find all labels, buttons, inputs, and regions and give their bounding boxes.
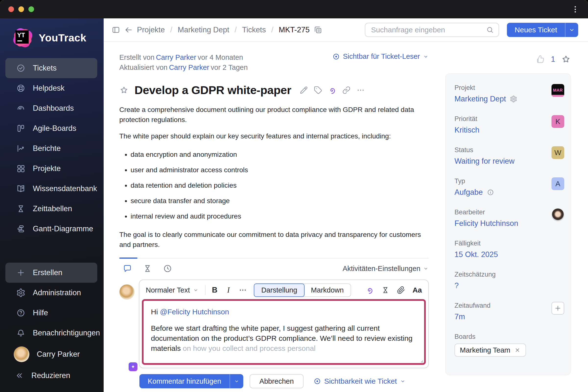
- font-settings-button[interactable]: Aa: [412, 286, 422, 294]
- mode-wysiwyg-button[interactable]: Darstellung: [254, 284, 304, 297]
- sidebar-item-erstellen[interactable]: Erstellen: [6, 263, 97, 283]
- gear-icon[interactable]: [510, 95, 517, 103]
- sidebar-item-wissensdatenbank[interactable]: Wissensdatenbank: [6, 178, 97, 199]
- tab-history-icon[interactable]: [163, 264, 172, 273]
- sidebar-item-tickets[interactable]: Tickets: [6, 58, 97, 78]
- field-value-zeitsch-tzung[interactable]: ?: [454, 281, 496, 290]
- window-close-button[interactable]: [8, 6, 14, 12]
- like-icon[interactable]: [535, 54, 545, 64]
- sidebar-footer: ErstellenAdministrationHilfeBenachrichti…: [0, 263, 104, 386]
- breadcrumb-project[interactable]: Marketing Dept: [178, 26, 229, 34]
- ai-assistant-icon[interactable]: [328, 86, 336, 94]
- tab-comments-icon[interactable]: [123, 264, 132, 273]
- sidebar-item-projekte[interactable]: Projekte: [6, 158, 97, 178]
- add-spent-time-plus-button[interactable]: [552, 302, 564, 314]
- priorit-t-badge[interactable]: K: [552, 115, 564, 128]
- status-badge[interactable]: W: [552, 146, 564, 159]
- italic-button[interactable]: I: [227, 286, 230, 294]
- topbar: Projekte / Marketing Dept / Tickets / MK…: [104, 18, 588, 42]
- search-input[interactable]: [371, 26, 486, 34]
- project-badge[interactable]: MAR: [552, 84, 564, 97]
- copy-id-icon[interactable]: [314, 26, 322, 34]
- visibility-selector[interactable]: Sichtbar für Ticket-Leser: [332, 52, 429, 60]
- collapse-panel-icon[interactable]: [112, 26, 120, 34]
- question-circle-icon: [16, 308, 26, 318]
- sidebar-item-benachrichtigungen[interactable]: Benachrichtigungen: [6, 323, 97, 343]
- info-circle-icon[interactable]: [487, 189, 494, 196]
- breadcrumb-tickets[interactable]: Tickets: [242, 26, 266, 34]
- new-ticket-button[interactable]: Neues Ticket: [507, 23, 578, 37]
- chart-line-icon: [16, 144, 26, 153]
- remove-board-icon[interactable]: [514, 347, 520, 353]
- sidebar-item-dashboards[interactable]: Dashboards: [6, 98, 97, 118]
- ai-assistant-icon[interactable]: [366, 286, 374, 294]
- comment-input[interactable]: Hi @Felicity Hutchinson Before we start …: [142, 299, 426, 365]
- field-value-boards[interactable]: Marketing Team: [454, 344, 526, 357]
- board-chip[interactable]: Marketing Team: [454, 344, 526, 357]
- updated-author-link[interactable]: Carry Parker: [169, 64, 209, 71]
- mode-markdown-button[interactable]: Markdown: [304, 284, 350, 296]
- bold-button[interactable]: B: [212, 286, 217, 294]
- updated-line: Aktualisiert vonCarry Parkervor 2 Tagen: [119, 62, 248, 72]
- watch-star-icon[interactable]: [561, 54, 571, 64]
- search-box[interactable]: [365, 23, 499, 37]
- typ-badge[interactable]: A: [552, 178, 564, 190]
- sidebar-item-administration[interactable]: Administration: [6, 283, 97, 303]
- assignee-avatar[interactable]: [552, 208, 564, 221]
- sidebar-item-berichte[interactable]: Berichte: [6, 138, 97, 158]
- mention-link[interactable]: @Felicity Hutchinson: [160, 308, 229, 316]
- issue-title-row: Develop a GDPR white-paper: [119, 83, 429, 97]
- sidebar-item-zeittabellen[interactable]: Zeittabellen: [6, 199, 97, 219]
- window-zoom-button[interactable]: [28, 6, 34, 12]
- grid-icon: [16, 164, 26, 173]
- text-format-dropdown[interactable]: Normaler Text: [146, 286, 199, 294]
- created-author-link[interactable]: Carry Parker: [156, 54, 196, 61]
- tab-work-log-icon[interactable]: [143, 264, 152, 273]
- description-bullet: user and administrator access controls: [130, 165, 429, 175]
- comment-editor: Normaler Text B I Darstellung Markdown: [139, 280, 429, 368]
- sidebar-item-gantt-diagramme[interactable]: Gantt-Diagramme: [6, 219, 97, 239]
- field-value-bearbeiter[interactable]: Felicity Hutchinson: [454, 219, 518, 228]
- activity-settings-button[interactable]: Aktivitäten-Einstellungen: [342, 264, 429, 273]
- window-minimize-button[interactable]: [18, 6, 24, 12]
- breadcrumb-issue-id[interactable]: MKT-275: [279, 26, 310, 34]
- add-work-icon[interactable]: [381, 286, 390, 294]
- field-value-f-lligkeit[interactable]: 15 Okt. 2025: [454, 250, 498, 259]
- cancel-button[interactable]: Abbrechen: [250, 374, 304, 388]
- breadcrumb-projects[interactable]: Projekte: [137, 26, 165, 34]
- app-logo[interactable]: YT YouTrack: [0, 24, 104, 58]
- field-value-priorit-t[interactable]: Kritisch: [454, 126, 480, 134]
- sidebar-item-helpdesk[interactable]: Helpdesk: [6, 78, 97, 98]
- link-issue-icon[interactable]: [342, 86, 350, 94]
- comment-visibility-selector[interactable]: Sichtbarkeit wie Ticket: [313, 377, 406, 386]
- edit-title-icon[interactable]: [300, 86, 308, 94]
- back-icon[interactable]: [124, 26, 133, 34]
- more-actions-icon[interactable]: [356, 86, 365, 94]
- new-ticket-dropdown-icon[interactable]: [568, 26, 575, 33]
- gantt-icon: [16, 224, 26, 234]
- resize-handle[interactable]: [418, 357, 424, 364]
- sidebar-item-agile-boards[interactable]: Agile-Boards: [6, 118, 97, 138]
- description-bullet: data retention and deletion policies: [130, 180, 429, 190]
- sidebar-item-hilfe[interactable]: Hilfe: [6, 303, 97, 323]
- more-formatting-icon[interactable]: [239, 286, 247, 294]
- add-comment-button[interactable]: Kommentar hinzufügen: [140, 374, 243, 388]
- field-row-typ: TypAufgabeA: [454, 178, 564, 197]
- description-paragraph: Create a comprehensive document outlinin…: [119, 104, 429, 125]
- star-issue-icon[interactable]: [119, 86, 128, 95]
- bell-icon: [16, 328, 26, 338]
- attach-file-icon[interactable]: [397, 286, 405, 294]
- field-value-zeitaufwand[interactable]: 7m: [454, 312, 490, 321]
- field-value-status[interactable]: Waiting for review: [454, 157, 514, 166]
- submit-dropdown-icon[interactable]: [234, 378, 240, 384]
- window-menu-icon[interactable]: [571, 5, 580, 14]
- field-value-typ[interactable]: Aufgabe: [454, 188, 494, 197]
- field-value-projekt[interactable]: Marketing Dept: [454, 94, 517, 104]
- add-tag-icon[interactable]: [314, 86, 322, 94]
- sidebar-user[interactable]: Carry Parker: [6, 343, 97, 366]
- field-row-priorit-t: PrioritätKritischK: [454, 115, 564, 134]
- sidebar-collapse-button[interactable]: Reduzieren: [6, 366, 97, 386]
- sidebar-nav: TicketsHelpdeskDashboardsAgile-BoardsBer…: [0, 58, 104, 239]
- field-row-projekt: ProjektMarketing DeptMAR: [454, 84, 564, 104]
- search-icon[interactable]: [486, 26, 494, 34]
